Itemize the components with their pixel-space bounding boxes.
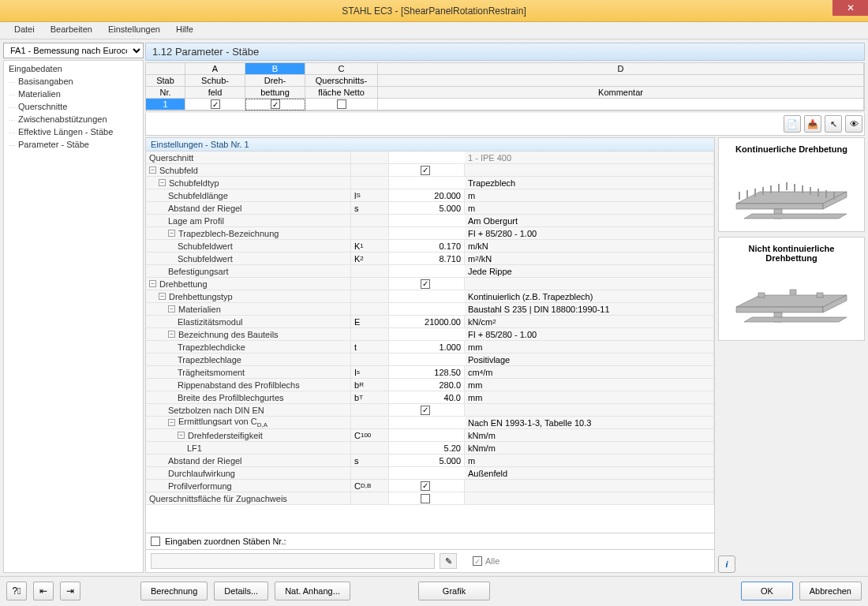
- prop-value[interactable]: [389, 354, 465, 365]
- prop-row[interactable]: SchubfeldwertK28.710m2/kN: [146, 252, 714, 265]
- property-grid[interactable]: Querschnitt1 - IPE 400−Schubfeld✓−Schubf…: [146, 152, 714, 533]
- tree-zwischen[interactable]: Zwischenabstützungen: [6, 113, 141, 125]
- info-button[interactable]: i: [718, 556, 735, 573]
- prop-checkbox[interactable]: ✓: [421, 166, 430, 175]
- expand-icon[interactable]: −: [168, 230, 175, 237]
- prop-value[interactable]: [389, 290, 465, 302]
- tool-export-icon[interactable]: 📄: [784, 115, 801, 133]
- prop-value[interactable]: [389, 177, 465, 189]
- prop-row[interactable]: Querschnittsfläche für Zugnachweis: [146, 492, 714, 505]
- prop-row[interactable]: TrapezblechlagePositivlage: [146, 354, 714, 366]
- tool-pick-icon[interactable]: ↖: [825, 115, 842, 133]
- prop-row[interactable]: Setzbolzen nach DIN EN✓: [146, 404, 714, 417]
- prop-row[interactable]: Abstand der Riegels5.000m: [146, 202, 714, 215]
- prev-button[interactable]: ⇤: [33, 582, 54, 600]
- prop-row[interactable]: −DrehbettungstypKontinuierlich (z.B. Tra…: [146, 290, 714, 303]
- prop-row[interactable]: Rippenabstand des ProfilblechsbR280.0mm: [146, 379, 714, 391]
- prop-row[interactable]: −Drehbettung✓: [146, 278, 714, 290]
- menu-hilfe[interactable]: Hilfe: [168, 22, 201, 39]
- tree-querschnitte[interactable]: Querschnitte: [6, 100, 141, 113]
- nat-anhang-button[interactable]: Nat. Anhang...: [275, 582, 350, 600]
- prop-value[interactable]: ✓: [389, 278, 465, 290]
- prop-value[interactable]: ✓: [389, 404, 465, 416]
- assign-chk[interactable]: [151, 537, 160, 546]
- prop-row[interactable]: −SchubfeldtypTrapezblech: [146, 177, 714, 189]
- menu-bearbeiten[interactable]: Bearbeiten: [43, 22, 100, 39]
- prop-row[interactable]: ElastizitätsmodulE21000.00kN/cm2: [146, 316, 714, 328]
- prop-row[interactable]: SchubfeldwertK10.170m/kN: [146, 240, 714, 252]
- prop-value[interactable]: [389, 265, 465, 277]
- prop-row[interactable]: −DrehfedersteifigkeitC100kNm/m: [146, 429, 714, 442]
- prop-value[interactable]: [389, 467, 465, 479]
- details-button[interactable]: Details...: [214, 582, 268, 600]
- prop-value[interactable]: 8.710: [389, 252, 465, 264]
- prop-value[interactable]: ✓: [389, 480, 465, 492]
- prop-value[interactable]: 20.000: [389, 189, 465, 201]
- tree-materialien[interactable]: Materialien: [6, 88, 141, 100]
- prop-value[interactable]: [389, 429, 465, 441]
- expand-icon[interactable]: −: [149, 280, 156, 287]
- prop-value[interactable]: 128.50: [389, 366, 465, 378]
- tool-view-icon[interactable]: 👁: [845, 115, 862, 133]
- cancel-button[interactable]: Abbrechen: [799, 582, 862, 600]
- prop-value[interactable]: [389, 417, 465, 428]
- help-button[interactable]: ?⃝: [6, 582, 27, 600]
- prop-value[interactable]: 40.0: [389, 391, 465, 403]
- prop-value[interactable]: 5.000: [389, 454, 465, 466]
- prop-row[interactable]: −Trapezblech-BezeichnungFI + 85/280 - 1.…: [146, 227, 714, 240]
- prop-value[interactable]: ✓: [389, 164, 465, 176]
- prop-value[interactable]: 1.000: [389, 341, 465, 353]
- prop-value[interactable]: 21000.00: [389, 316, 465, 327]
- prop-row[interactable]: Breite des ProfilblechgurtesbT40.0mm: [146, 391, 714, 404]
- prop-row[interactable]: SchubfeldlängelS20.000m: [146, 189, 714, 202]
- calc-button[interactable]: Berechnung: [140, 582, 208, 600]
- assign-pick-icon[interactable]: ✎: [440, 553, 457, 569]
- prop-row[interactable]: Lage am ProfilAm Obergurt: [146, 215, 714, 227]
- grafik-button[interactable]: Grafik: [418, 582, 490, 600]
- prop-value[interactable]: 5.20: [389, 442, 465, 454]
- next-button[interactable]: ⇥: [60, 582, 80, 600]
- prop-row[interactable]: −Schubfeld✓: [146, 164, 714, 177]
- prop-row[interactable]: Trapezblechdicket1.000mm: [146, 341, 714, 354]
- expand-icon[interactable]: −: [168, 305, 175, 312]
- prop-value[interactable]: 5.000: [389, 202, 465, 214]
- prop-row[interactable]: DurchlaufwirkungAußenfeld: [146, 467, 714, 480]
- load-case-combo[interactable]: FA1 - Bemessung nach Eurocod: [3, 43, 144, 58]
- prop-value[interactable]: 0.170: [389, 240, 465, 252]
- prop-value[interactable]: [389, 227, 465, 239]
- prop-value[interactable]: [389, 215, 465, 226]
- expand-icon[interactable]: −: [168, 419, 175, 426]
- prop-value[interactable]: [389, 492, 465, 504]
- prop-checkbox[interactable]: [421, 494, 430, 503]
- prop-checkbox[interactable]: ✓: [421, 406, 430, 415]
- tool-import-icon[interactable]: 📥: [804, 115, 821, 133]
- tree-basisangaben[interactable]: Basisangaben: [6, 75, 141, 88]
- tree-root[interactable]: Eingabedaten: [6, 62, 141, 75]
- assign-all-chk[interactable]: ✓: [473, 556, 482, 566]
- assign-members-input[interactable]: [151, 553, 435, 569]
- prop-value[interactable]: [389, 328, 465, 340]
- prop-value[interactable]: 280.0: [389, 379, 465, 391]
- prop-checkbox[interactable]: ✓: [421, 481, 430, 491]
- ok-button[interactable]: OK: [741, 582, 793, 600]
- expand-icon[interactable]: −: [178, 432, 185, 439]
- prop-value[interactable]: [389, 152, 465, 163]
- prop-row[interactable]: Querschnitt1 - IPE 400: [146, 152, 714, 164]
- prop-row[interactable]: −MaterialienBaustahl S 235 | DIN 18800:1…: [146, 303, 714, 316]
- expand-icon[interactable]: −: [149, 166, 156, 174]
- prop-row[interactable]: ProfilverformungCD,B✓: [146, 480, 714, 492]
- prop-value[interactable]: [389, 303, 465, 315]
- menu-einstellungen[interactable]: Einstellungen: [100, 22, 168, 39]
- prop-row[interactable]: −Ermittlungsart von CD,ANach EN 1993-1-3…: [146, 417, 714, 429]
- close-button[interactable]: ✕: [832, 0, 868, 16]
- tree-eff-laengen[interactable]: Effektive Längen - Stäbe: [6, 125, 141, 138]
- expand-icon[interactable]: −: [159, 293, 166, 300]
- prop-row[interactable]: LF15.20kNm/m: [146, 442, 714, 454]
- grid-row-1[interactable]: 1 ✓ ✓: [146, 99, 864, 110]
- prop-row[interactable]: −Bezeichnung des BauteilsFI + 85/280 - 1…: [146, 328, 714, 341]
- menu-datei[interactable]: Datei: [6, 22, 43, 39]
- prop-row[interactable]: TrägheitsmomentIs128.50cm4/m: [146, 366, 714, 379]
- expand-icon[interactable]: −: [159, 179, 166, 186]
- prop-row[interactable]: BefestigungsartJede Rippe: [146, 265, 714, 278]
- prop-row[interactable]: Abstand der Riegels5.000m: [146, 454, 714, 467]
